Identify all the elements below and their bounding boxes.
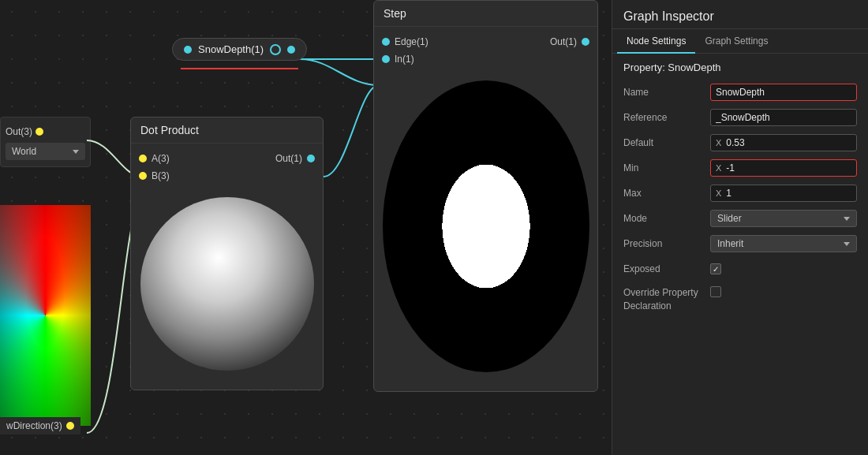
- step-body: Edge(1) Out(1) In(1): [374, 27, 597, 391]
- wdirection-port-dot[interactable]: [66, 422, 74, 430]
- prop-value-precision: Inherit: [710, 235, 857, 252]
- port-out-dot[interactable]: [307, 155, 315, 162]
- precision-select[interactable]: Inherit: [710, 235, 857, 252]
- snowdepth-node[interactable]: SnowDepth(1): [172, 38, 307, 61]
- prop-row-mode: Mode Slider: [623, 209, 857, 228]
- prop-label-mode: Mode: [623, 213, 710, 224]
- step-out-text: Out(1): [550, 36, 577, 47]
- inspector-panel: Graph Inspector Node Settings Graph Sett…: [612, 0, 868, 455]
- world-label: World: [12, 146, 36, 157]
- prop-label-reference: Reference: [623, 112, 710, 123]
- prop-value-max: X 1: [710, 185, 857, 202]
- dot-product-title: Dot Product: [140, 124, 199, 136]
- prop-label-default: Default: [623, 137, 710, 148]
- prop-value-default: X 0.53: [710, 134, 857, 151]
- inspector-body: Property: SnowDepth Name Reference Defau…: [612, 54, 868, 455]
- out3-label: Out(3): [6, 126, 32, 137]
- name-input[interactable]: [710, 84, 857, 101]
- precision-chevron-icon: [844, 242, 850, 246]
- property-section-title: Property: SnowDepth: [623, 62, 857, 73]
- graph-canvas[interactable]: Out(3) World wDirection(3) SnowDepth(1) …: [0, 0, 612, 455]
- step-in-label: In(1): [382, 54, 414, 65]
- snowdepth-right-port[interactable]: [287, 46, 295, 54]
- prop-label-exposed: Exposed: [623, 263, 710, 274]
- port-b-text: B(3): [152, 170, 170, 181]
- inspector-tabs: Node Settings Graph Settings: [612, 29, 868, 54]
- snowdepth-label: SnowDepth(1): [198, 43, 264, 55]
- step-edge-label: Edge(1): [382, 36, 428, 47]
- inspector-title: Graph Inspector: [623, 9, 714, 23]
- prop-value-min: X -1: [710, 159, 857, 177]
- max-x-input[interactable]: X 1: [710, 185, 857, 202]
- tab-node-settings[interactable]: Node Settings: [617, 29, 695, 53]
- prop-label-override: Override PropertyDeclaration: [623, 286, 710, 313]
- wdirection-port: wDirection(3): [0, 417, 80, 434]
- wdirection-label: wDirection(3): [6, 420, 62, 431]
- exposed-checkbox[interactable]: [710, 263, 721, 274]
- prop-row-default: Default X 0.53: [623, 133, 857, 152]
- step-preview-sphere: [383, 80, 589, 372]
- step-port-row-in: In(1): [374, 50, 597, 68]
- inspector-header: Graph Inspector: [612, 0, 868, 29]
- tab-graph-settings[interactable]: Graph Settings: [695, 29, 777, 53]
- prop-row-override: Override PropertyDeclaration: [623, 285, 857, 313]
- step-edge-dot[interactable]: [382, 38, 390, 46]
- step-out-dot[interactable]: [582, 38, 589, 46]
- mode-chevron-icon: [844, 217, 850, 221]
- prop-row-precision: Precision Inherit: [623, 234, 857, 253]
- override-checkbox[interactable]: [710, 286, 721, 297]
- world-panel: Out(3) World: [0, 117, 91, 167]
- prop-label-name: Name: [623, 87, 710, 98]
- prop-row-reference: Reference: [623, 108, 857, 127]
- prop-value-reference: [710, 109, 857, 126]
- port-out-label: Out(1): [275, 153, 315, 164]
- port-row-b: B(3): [131, 167, 323, 185]
- prop-value-exposed: [710, 263, 857, 274]
- port-b-dot[interactable]: [139, 172, 147, 180]
- prop-row-name: Name: [623, 83, 857, 102]
- prop-row-max: Max X 1: [623, 184, 857, 203]
- step-in-dot[interactable]: [382, 55, 390, 63]
- step-node[interactable]: Step Edge(1) Out(1) In(1): [373, 0, 598, 392]
- dot-product-preview-container: [131, 185, 323, 383]
- default-x-input[interactable]: X 0.53: [710, 134, 857, 151]
- step-port-row-edge: Edge(1) Out(1): [374, 33, 597, 50]
- dot-product-preview-sphere: [140, 197, 314, 371]
- port-out-text: Out(1): [275, 153, 302, 164]
- world-radial-preview: [0, 205, 91, 426]
- step-edge-text: Edge(1): [395, 36, 428, 47]
- step-title: Step: [383, 7, 406, 20]
- dot-product-header: Dot Product: [131, 117, 323, 144]
- dot-product-node[interactable]: Dot Product A(3) Out(1) B(3): [130, 117, 324, 390]
- prop-value-name: [710, 84, 857, 101]
- prop-label-precision: Precision: [623, 238, 710, 249]
- mode-select[interactable]: Slider: [710, 210, 857, 227]
- port-row-a: A(3) Out(1): [131, 150, 323, 167]
- chevron-down-icon: [73, 150, 79, 154]
- port-a-dot[interactable]: [139, 155, 147, 162]
- dot-product-body: A(3) Out(1) B(3): [131, 144, 323, 390]
- prop-value-override: [710, 286, 857, 297]
- prop-row-min: Min X -1: [623, 159, 857, 177]
- prop-label-min: Min: [623, 162, 710, 173]
- step-preview-container: [374, 68, 597, 385]
- prop-row-exposed: Exposed: [623, 259, 857, 278]
- prop-label-max: Max: [623, 188, 710, 199]
- port-a-text: A(3): [152, 153, 170, 164]
- min-x-input[interactable]: X -1: [710, 159, 857, 177]
- step-in-text: In(1): [395, 54, 414, 65]
- step-out-label: Out(1): [550, 36, 589, 47]
- world-dropdown[interactable]: World: [6, 143, 85, 160]
- step-header: Step: [374, 1, 597, 27]
- prop-value-mode: Slider: [710, 210, 857, 227]
- out3-port-dot[interactable]: [36, 128, 43, 136]
- port-b-label: B(3): [139, 170, 170, 181]
- out3-port: Out(3): [1, 124, 90, 140]
- snowdepth-left-port[interactable]: [184, 46, 192, 54]
- snowdepth-settings-icon[interactable]: [270, 44, 281, 55]
- reference-input[interactable]: [710, 109, 857, 126]
- port-a-label: A(3): [139, 153, 170, 164]
